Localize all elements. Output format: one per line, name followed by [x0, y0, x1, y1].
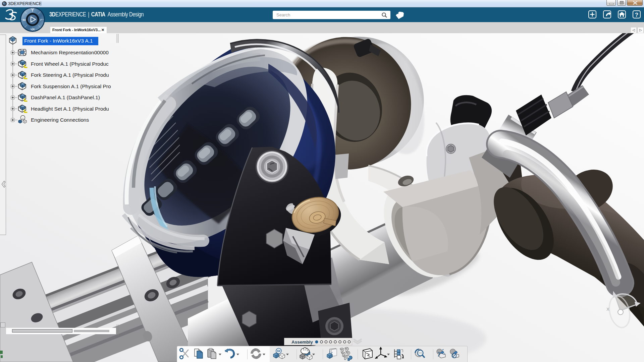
svg-text:V.R: V.R — [31, 28, 35, 31]
svg-text:ω: ω — [22, 117, 24, 119]
svg-text:?: ? — [635, 12, 638, 18]
svg-text:3D: 3D — [22, 18, 26, 21]
svg-text:X: X — [606, 307, 609, 312]
svg-text:i': i' — [40, 18, 42, 21]
